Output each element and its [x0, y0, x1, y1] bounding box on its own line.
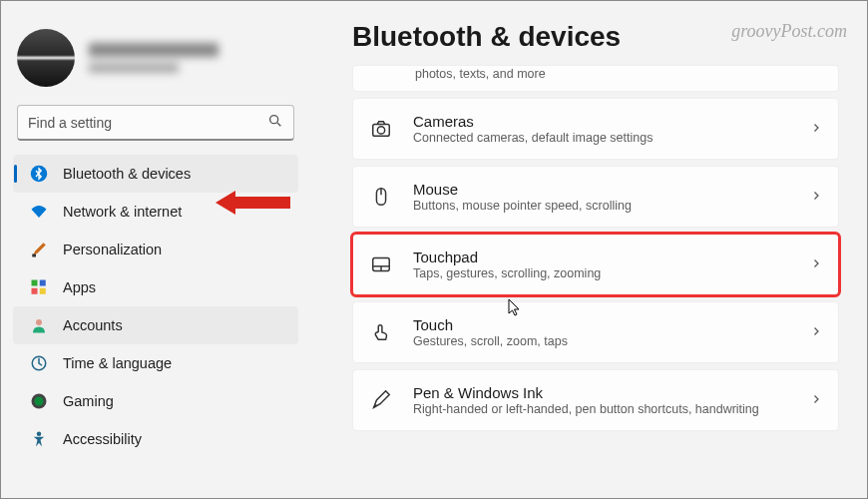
gaming-icon — [29, 391, 49, 411]
card-mouse[interactable]: Mouse Buttons, mouse pointer speed, scro… — [352, 166, 839, 228]
card-title: Cameras — [413, 113, 810, 130]
card-title: Touch — [413, 316, 810, 333]
watermark-text: groovyPost.com — [731, 21, 847, 42]
accessibility-icon — [29, 429, 49, 449]
card-sub: Gestures, scroll, zoom, taps — [413, 334, 810, 348]
card-sub: Right-handed or left-handed, pen button … — [413, 402, 810, 416]
card-sub: Buttons, mouse pointer speed, scrolling — [413, 199, 810, 213]
svg-point-12 — [37, 432, 42, 437]
camera-icon — [369, 117, 393, 141]
card-title: Mouse — [413, 181, 810, 198]
nav-label: Network & internet — [63, 204, 182, 220]
nav-personalization[interactable]: Personalization — [13, 231, 298, 268]
svg-rect-5 — [40, 280, 46, 286]
mouse-icon — [369, 185, 393, 209]
paintbrush-icon — [29, 240, 49, 259]
search-icon — [267, 113, 283, 133]
card-cameras[interactable]: Cameras Connected cameras, default image… — [352, 98, 839, 160]
chevron-right-icon — [810, 255, 822, 273]
clock-globe-icon — [29, 353, 49, 373]
nav-label: Time & language — [63, 355, 172, 371]
profile-block[interactable] — [7, 19, 304, 105]
nav-gaming[interactable]: Gaming — [13, 382, 298, 420]
touch-icon — [369, 320, 393, 344]
chevron-right-icon — [810, 391, 822, 409]
profile-text-blurred — [89, 43, 218, 73]
nav-label: Accessibility — [63, 431, 142, 447]
chevron-right-icon — [810, 120, 822, 138]
pen-icon — [369, 388, 393, 412]
search-input[interactable] — [28, 115, 267, 131]
svg-point-0 — [270, 115, 278, 123]
svg-point-8 — [36, 319, 42, 325]
chevron-right-icon — [810, 323, 822, 341]
nav-network[interactable]: Network & internet — [13, 193, 298, 231]
svg-rect-7 — [40, 288, 46, 294]
nav-label: Gaming — [63, 393, 114, 409]
svg-rect-4 — [32, 280, 38, 286]
bluetooth-icon — [29, 164, 49, 184]
nav-label: Bluetooth & devices — [63, 166, 191, 182]
nav-label: Accounts — [63, 317, 123, 333]
main-content: Bluetooth & devices photos, texts, and m… — [310, 1, 867, 498]
wifi-icon — [29, 202, 49, 222]
nav-time-language[interactable]: Time & language — [13, 344, 298, 382]
card-touchpad[interactable]: Touchpad Taps, gestures, scrolling, zoom… — [352, 234, 839, 295]
nav-accessibility[interactable]: Accessibility — [13, 420, 298, 458]
nav-list: Bluetooth & devices Network & internet P… — [7, 155, 304, 458]
card-pen[interactable]: Pen & Windows Ink Right-handed or left-h… — [352, 369, 839, 431]
nav-label: Personalization — [63, 242, 162, 257]
card-touch[interactable]: Touch Gestures, scroll, zoom, taps — [352, 301, 839, 363]
svg-rect-6 — [32, 288, 38, 294]
card-sub: photos, texts, and more — [415, 67, 822, 81]
card-sub: Connected cameras, default image setting… — [413, 131, 810, 145]
chevron-right-icon — [810, 188, 822, 206]
nav-accounts[interactable]: Accounts — [13, 306, 298, 344]
settings-cards: photos, texts, and more Cameras Connecte… — [352, 65, 839, 431]
card-sub: Taps, gestures, scrolling, zooming — [413, 266, 810, 280]
search-box[interactable] — [17, 105, 294, 141]
settings-sidebar: Bluetooth & devices Network & internet P… — [1, 1, 310, 498]
touchpad-icon — [369, 252, 393, 276]
nav-label: Apps — [63, 279, 96, 295]
svg-point-14 — [377, 127, 384, 134]
svg-rect-3 — [32, 254, 36, 257]
card-phone-partial[interactable]: photos, texts, and more — [352, 65, 839, 92]
svg-point-11 — [35, 397, 44, 406]
avatar — [17, 29, 75, 87]
nav-apps[interactable]: Apps — [13, 268, 298, 306]
person-icon — [29, 315, 49, 335]
svg-line-1 — [277, 123, 280, 126]
card-title: Touchpad — [413, 249, 810, 265]
card-title: Pen & Windows Ink — [413, 384, 810, 401]
nav-bluetooth-devices[interactable]: Bluetooth & devices — [13, 155, 298, 193]
apps-icon — [29, 277, 49, 297]
